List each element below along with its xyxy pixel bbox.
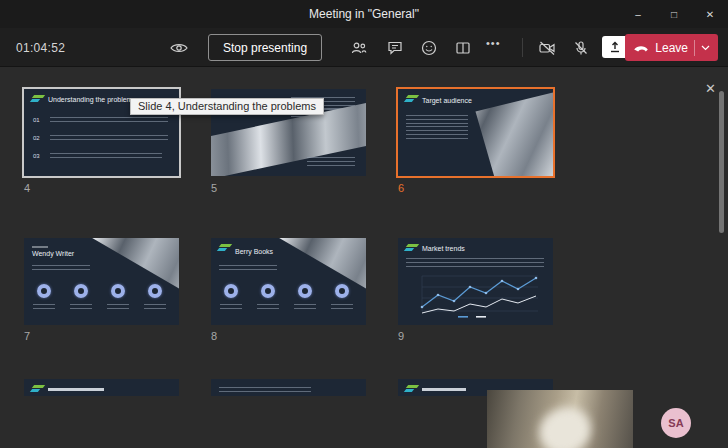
close-window-button[interactable]: ✕ [692,0,728,28]
text-placeholder [294,304,316,311]
donut-chart-icon [298,284,312,298]
text-placeholder [307,157,355,168]
slide-number: 4 [24,182,30,194]
donut-chart-icon [111,284,125,298]
leave-label: Leave [655,41,688,55]
slide-thumbnail-partial[interactable] [24,379,179,396]
text-placeholder [219,387,311,394]
donut-chart-icon [148,284,162,298]
donut-chart-icon [37,284,51,298]
slide-title: Berry Books [235,248,273,255]
deck-logo-icon [31,385,44,394]
share-screen-icon[interactable] [602,36,628,58]
deck-logo-icon [405,244,418,253]
slide-title: Wendy Writer [32,250,74,257]
donut-chart-icon [261,284,275,298]
text-placeholder [257,304,279,311]
text-placeholder [50,135,168,142]
slide-number: 8 [211,330,217,342]
eye-icon[interactable] [170,39,188,57]
participant-avatar[interactable]: SA [661,408,691,438]
slide-title: Understanding the problems [48,96,136,103]
text-placeholder [50,153,162,160]
donut-chart-icon [74,284,88,298]
participants-icon[interactable] [350,39,368,57]
line-chart [410,270,542,320]
minimize-button[interactable]: – [620,0,656,28]
chevron-down-icon[interactable] [701,45,710,51]
reactions-icon[interactable] [420,39,438,57]
slide-thumbnail-9[interactable]: Market trends [398,238,553,325]
text-placeholder [70,304,92,311]
breakout-rooms-icon[interactable] [454,39,472,57]
slide-number-current: 6 [398,182,404,194]
phone-hangup-icon [633,44,649,52]
meeting-toolbar: 01:04:52 Stop presenting ••• [0,28,728,67]
text-placeholder [107,304,129,311]
deck-logo-icon [405,385,418,394]
text-placeholder [406,115,468,142]
donut-chart-icon [224,284,238,298]
leave-button[interactable]: Leave [625,34,718,61]
text-placeholder [220,304,242,311]
stop-presenting-button[interactable]: Stop presenting [208,34,322,61]
webcam-blur-shape [532,399,598,448]
titlebar: Meeting in "General" – □ ✕ [0,0,728,28]
title-placeholder [48,388,104,391]
slide-thumbnail-partial[interactable] [211,379,366,396]
more-options-icon[interactable]: ••• [486,37,501,49]
window-title: Meeting in "General" [0,0,728,28]
scrollbar[interactable] [719,91,724,233]
teams-meeting-window: Meeting in "General" – □ ✕ 01:04:52 Stop… [0,0,728,448]
deck-logo-icon [31,95,44,104]
text-placeholder [219,265,277,272]
slide-number: 5 [211,182,217,194]
maximize-button[interactable]: □ [656,0,692,28]
list-number: 01 [33,117,40,123]
slide-number: 7 [24,330,30,342]
chat-icon[interactable] [386,39,404,57]
leave-button-divider [694,40,695,56]
title-placeholder [422,388,466,391]
text-placeholder [33,304,55,311]
toolbar-divider [522,38,523,57]
webcam-video-tile[interactable] [487,390,633,448]
slide-thumbnail-6[interactable]: Target audience [398,89,553,176]
deck-logo-icon [218,244,231,253]
list-number: 02 [33,135,40,141]
deck-logo-icon [405,95,418,104]
slide-thumbnail-7[interactable]: Wendy Writer [24,238,179,325]
slide-grid-panel: ✕ Understanding the problems 01 02 03 Ta… [0,67,728,448]
text-placeholder [32,265,90,272]
window-controls: – □ ✕ [620,0,728,28]
slide-number: 9 [398,330,404,342]
slide-title: Market trends [422,245,465,252]
text-placeholder [50,117,168,124]
slide-title: Target audience [422,97,472,104]
label-placeholder [32,246,48,248]
slide-tooltip: Slide 4, Understanding the problems [130,98,324,115]
text-placeholder [406,258,544,269]
text-placeholder [331,304,353,311]
donut-chart-icon [335,284,349,298]
close-grid-icon[interactable]: ✕ [705,81,716,96]
meeting-timer: 01:04:52 [16,41,65,55]
list-number: 03 [33,153,40,159]
mic-off-icon[interactable] [572,39,590,57]
slide-thumbnail-8[interactable]: Berry Books [211,238,366,325]
camera-off-icon[interactable] [538,39,556,57]
text-placeholder [144,304,166,311]
